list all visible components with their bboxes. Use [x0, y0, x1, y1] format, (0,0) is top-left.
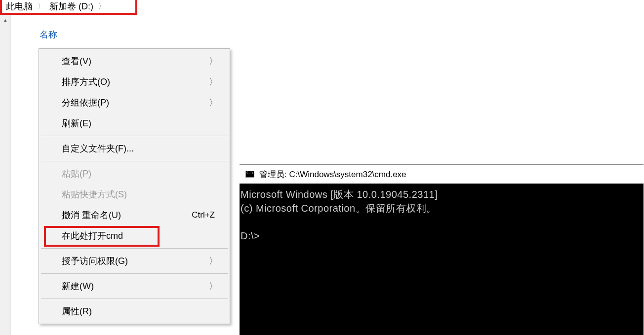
chevron-right-icon: 〉	[38, 2, 44, 11]
scroll-up-icon[interactable]: ▴	[0, 15, 11, 25]
breadcrumb[interactable]: 此电脑 〉 新加卷 (D:) 〉	[0, 0, 137, 15]
menu-item-refresh[interactable]: 刷新(E)	[40, 113, 229, 134]
menu-item-open-cmd-here[interactable]: 在此处打开cmd	[40, 225, 229, 246]
cmd-prompt: D:\>	[241, 230, 260, 241]
menu-item-view[interactable]: 查看(V) 〉	[40, 51, 229, 72]
menu-label: 撤消 重命名(U)	[62, 209, 121, 221]
menu-label: 属性(R)	[62, 305, 92, 317]
menu-label: 授予访问权限(G)	[62, 255, 128, 267]
menu-item-new[interactable]: 新建(W) 〉	[40, 276, 229, 297]
cmd-window: 管理员: C:\Windows\system32\cmd.exe Microso…	[240, 164, 644, 335]
menu-item-group[interactable]: 分组依据(P) 〉	[40, 92, 229, 113]
chevron-right-icon: 〉	[98, 2, 105, 11]
menu-separator	[41, 298, 228, 299]
chevron-right-icon: 〉	[209, 97, 218, 109]
menu-label: 新建(W)	[62, 280, 94, 292]
menu-separator	[41, 273, 228, 274]
menu-label: 刷新(E)	[62, 117, 91, 129]
menu-item-sort[interactable]: 排序方式(O) 〉	[40, 72, 229, 92]
cmd-icon	[245, 171, 254, 178]
menu-label: 分组依据(P)	[62, 97, 109, 109]
menu-item-properties[interactable]: 属性(R)	[40, 301, 229, 322]
cmd-line-copyright: (c) Microsoft Corporation。保留所有权利。	[241, 203, 437, 214]
chevron-right-icon: 〉	[209, 76, 218, 88]
vertical-scrollbar[interactable]: ▴	[0, 15, 11, 335]
menu-label: 粘贴(P)	[62, 168, 91, 180]
menu-label: 排序方式(O)	[62, 76, 110, 88]
menu-item-undo-rename[interactable]: 撤消 重命名(U) Ctrl+Z	[40, 205, 229, 225]
column-header-name[interactable]: 名称	[40, 29, 57, 40]
menu-item-paste-shortcut: 粘贴快捷方式(S)	[40, 184, 229, 205]
chevron-right-icon: 〉	[209, 280, 218, 292]
menu-label: 自定义文件夹(F)...	[62, 143, 134, 154]
chevron-right-icon: 〉	[209, 255, 218, 267]
menu-label: 查看(V)	[62, 55, 91, 67]
breadcrumb-seg-drive-d[interactable]: 新加卷 (D:)	[49, 0, 93, 12]
menu-item-customize-folder[interactable]: 自定义文件夹(F)...	[40, 138, 229, 159]
menu-separator	[41, 136, 228, 136]
cmd-line-version: Microsoft Windows [版本 10.0.19045.2311]	[241, 189, 438, 200]
cmd-window-title: 管理员: C:\Windows\system32\cmd.exe	[259, 169, 406, 180]
menu-label: 在此处打开cmd	[62, 230, 123, 242]
menu-separator	[41, 161, 228, 161]
menu-separator	[41, 248, 228, 249]
menu-shortcut: Ctrl+Z	[192, 210, 215, 220]
chevron-right-icon: 〉	[209, 55, 218, 67]
cmd-titlebar[interactable]: 管理员: C:\Windows\system32\cmd.exe	[240, 165, 644, 184]
menu-item-grant-access[interactable]: 授予访问权限(G) 〉	[40, 251, 229, 271]
menu-item-paste: 粘贴(P)	[40, 163, 229, 184]
cmd-body[interactable]: Microsoft Windows [版本 10.0.19045.2311] (…	[240, 184, 644, 335]
breadcrumb-seg-this-pc[interactable]: 此电脑	[6, 0, 33, 12]
context-menu: 查看(V) 〉 排序方式(O) 〉 分组依据(P) 〉 刷新(E) 自定义文件夹…	[39, 48, 230, 324]
menu-label: 粘贴快捷方式(S)	[62, 188, 127, 200]
